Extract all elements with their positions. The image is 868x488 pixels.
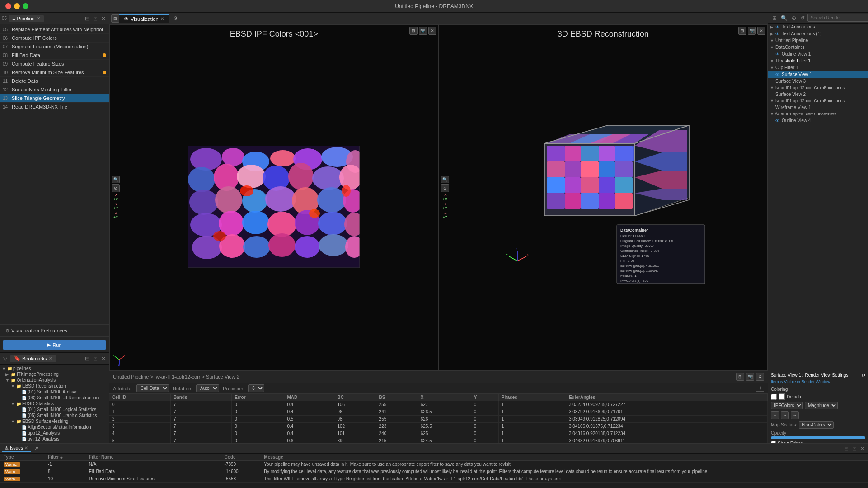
panel-minimize-btn[interactable]: ⊟ — [84, 15, 91, 22]
minimize-button[interactable] — [14, 3, 20, 9]
render-btn4[interactable]: ↺ — [799, 14, 806, 22]
run-button[interactable]: ▶ Run — [3, 340, 106, 350]
notation-select[interactable]: Auto — [196, 384, 219, 392]
zoom-btn[interactable]: 🔍 — [112, 176, 120, 183]
attribute-select[interactable]: Cell Data — [136, 384, 169, 392]
settings-tab[interactable]: ⚙ — [169, 14, 182, 22]
precision-select[interactable]: 6 — [248, 384, 264, 392]
ebsd-ipf-panel[interactable]: EBSD IPF Colors <001> ⊞ 📷 ✕ 🔍 ⊙ -X +X — [109, 24, 439, 370]
panel-close-btn[interactable]: ✕ — [100, 15, 107, 22]
visualization-tab-close[interactable]: ✕ — [160, 16, 164, 21]
tree-item[interactable]: ▼ 📁 OrientationAnalysis — [0, 377, 109, 383]
pipeline-item[interactable]: 06 Compute IPF Colors — [0, 34, 109, 43]
screenshot-btn-right[interactable]: 📷 — [748, 27, 756, 35]
pipeline-item[interactable]: 14 Read DREAM3D-NX File — [0, 103, 109, 111]
tree-item[interactable]: 📄 (01) Small IN100 Archive — [0, 389, 109, 395]
pipeline-item[interactable]: 11 Delete Data — [0, 77, 109, 85]
issues-tab-close[interactable]: ✕ — [24, 445, 28, 450]
bk-float-btn[interactable]: ⊡ — [92, 355, 99, 362]
rt-item-clip-filter[interactable]: ▼ Clip Filter 1 — [768, 64, 868, 71]
arrow-right-btn[interactable]: → — [791, 411, 799, 419]
color-swatch[interactable] — [779, 393, 785, 400]
pipeline-item[interactable]: 05 Replace Element Attributes with Neigh… — [0, 25, 109, 34]
render-btn2[interactable]: 🔍 — [779, 14, 789, 22]
tree-item[interactable]: ▼ 📁 pipelines — [0, 365, 109, 371]
reset-view-btn-right[interactable]: ⊙ — [441, 184, 449, 192]
table-screenshot-btn[interactable]: 📷 — [746, 373, 754, 381]
render-btn3[interactable]: ⊙ — [790, 14, 798, 22]
bk-minimize-btn[interactable]: ⊟ — [84, 355, 91, 362]
download-button[interactable]: ⬇ — [756, 385, 764, 392]
tree-item[interactable]: 📄 (01) Small IN100...ogical Statistics — [0, 407, 109, 412]
rt-item-wireframe-view-1[interactable]: Wireframe View 1 — [768, 104, 868, 111]
rt-item-fw-grainboundaries[interactable]: ▼ fw-ar-IF1-aptr12-corr GrainBoundaries — [768, 85, 868, 91]
pipeline-item[interactable]: 12 SurfaceNets Meshing Filter — [0, 85, 109, 94]
pipeline-item[interactable]: 10 Remove Minimum Size Features — [0, 68, 109, 77]
arrow-expand-btn[interactable]: ↔ — [781, 411, 789, 419]
map-scalars-select[interactable]: Non-Colors — [799, 421, 834, 429]
ipf-colors-select[interactable]: IPFColors — [771, 402, 803, 409]
tree-item[interactable]: ▼ 📁 EBSD SurfaceMeshing — [0, 418, 109, 424]
tree-item[interactable]: ▶ 📁 ITKImageProcessing — [0, 371, 109, 377]
layout-btn-right[interactable]: ⊞ — [738, 27, 746, 35]
panel-float-btn[interactable]: ⊡ — [92, 15, 99, 22]
pipeline-tab-close[interactable]: ✕ — [37, 16, 40, 21]
rt-item-outline-view-4[interactable]: 👁 Outline View 4 — [768, 117, 868, 124]
magnitude-select[interactable]: Magnitude — [805, 402, 838, 409]
bookmarks-tab[interactable]: 🔖 Bookmarks ✕ — [10, 355, 56, 362]
reset-view-btn[interactable]: ⊙ — [112, 184, 120, 192]
render-icon[interactable]: ⊞ — [771, 14, 778, 22]
table-layout-btn[interactable]: ⊞ — [736, 373, 744, 381]
close-panel-btn[interactable]: ✕ — [428, 27, 436, 35]
tree-item[interactable]: 📄 (05) Small IN100...raphic Statistics — [0, 412, 109, 418]
issues-min-btn[interactable]: ⊟ — [843, 445, 850, 452]
rt-item-data-container[interactable]: ▼ DataContainer — [768, 44, 868, 51]
rt-item-wireframe-view[interactable]: ▼ fw-ar-IF1-aptr12-corr GrainBoundaries — [768, 98, 868, 104]
rt-item-text-annotations[interactable]: ▶ 👁 Text Annotations — [768, 24, 868, 30]
issues-expand-btn[interactable]: ↗ — [33, 445, 40, 452]
rt-item-fw-surfacenets[interactable]: ▼ fw-ar-IF1-aptr12-corr SurfaceNets — [768, 111, 868, 117]
svg-point-16 — [215, 186, 242, 213]
tree-item[interactable]: 📄 avtr12_Analysis — [0, 436, 109, 442]
pipeline-item[interactable]: 08 Fill Bad Data — [0, 51, 109, 60]
pipeline-tab[interactable]: ≡ Pipeline ✕ — [9, 15, 44, 22]
window-controls[interactable] — [5, 3, 28, 9]
bk-close-btn[interactable]: ✕ — [100, 355, 107, 362]
tree-item[interactable]: ▼ 📁 EBSD Reconstruction — [0, 383, 109, 389]
rt-item-surface-view-2[interactable]: Surface View 2 — [768, 91, 868, 98]
pipeline-item-active[interactable]: 13 Slice Triangle Geometry — [0, 94, 109, 103]
rt-item-untitled-pipeline[interactable]: ▼ Untitled Pipeline — [768, 37, 868, 44]
close-button[interactable] — [5, 3, 11, 9]
issues-tab[interactable]: ⚠ Issues ✕ — [2, 445, 31, 452]
tree-item[interactable]: 📄 (08) Small IN100...ll Reconstruction — [0, 395, 109, 401]
render-search[interactable] — [807, 14, 868, 22]
table-close-btn[interactable]: ✕ — [756, 373, 764, 381]
settings-gear-icon[interactable]: ⚙ — [861, 373, 865, 378]
rt-item-text-annotations-1[interactable]: ▶ 👁 Text Annotations (1) — [768, 30, 868, 37]
rt-item-surface-view-3[interactable]: Surface View 3 — [768, 78, 868, 85]
viz-prefs-item[interactable]: ⚙ Visualization Preferences — [3, 327, 106, 335]
pipeline-item[interactable]: 07 Segment Features (Misorientation) — [0, 43, 109, 51]
zoom-btn-right[interactable]: 🔍 — [441, 176, 449, 183]
opacity-slider[interactable] — [771, 436, 865, 439]
screenshot-btn[interactable]: 📷 — [419, 27, 427, 35]
bookmarks-filter-btn[interactable]: ▽ — [2, 355, 9, 362]
rt-item-threshold-filter[interactable]: ▼ Threshold Filter 1 — [768, 57, 868, 64]
detach-checkbox[interactable] — [771, 394, 777, 400]
visualization-tab[interactable]: 👁 Visualization ✕ — [119, 14, 169, 23]
bookmarks-tab-close[interactable]: ✕ — [49, 356, 52, 361]
tree-item[interactable]: ▼ 📁 EBSD Statistics — [0, 401, 109, 407]
pipeline-item[interactable]: 09 Compute Feature Sizes — [0, 60, 109, 68]
arrow-left-btn[interactable]: ← — [771, 411, 779, 419]
rt-item-surface-view-1[interactable]: 👁 Surface View 1 — [768, 71, 868, 78]
maximize-button[interactable] — [23, 3, 28, 9]
close-panel-btn-right[interactable]: ✕ — [757, 27, 765, 35]
issues-max-btn[interactable]: ⊡ — [851, 445, 858, 452]
tree-item[interactable]: 📄 aptr12_Analysis — [0, 430, 109, 436]
issues-close-btn[interactable]: ✕ — [859, 445, 866, 452]
rt-item-outline-view-1[interactable]: 👁 Outline View 1 — [768, 51, 868, 57]
center-panel-icon[interactable]: ⊞ — [111, 14, 119, 23]
3d-recon-panel[interactable]: 3D EBSD Reconstruction ⊞ 📷 ✕ 🔍 ⊙ -X +X — [439, 24, 768, 370]
layout-btn[interactable]: ⊞ — [409, 27, 418, 35]
tree-item[interactable]: 📄 AlignSectionsMutualInformation — [0, 424, 109, 430]
